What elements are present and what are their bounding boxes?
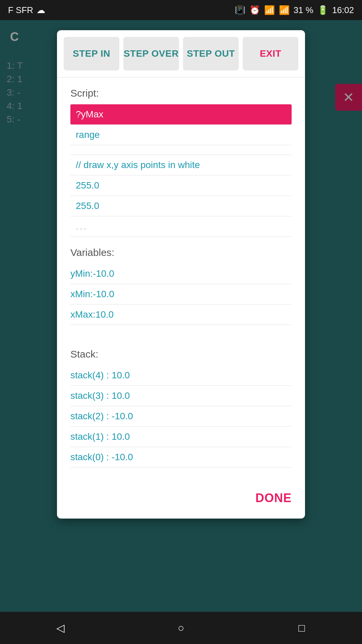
- script-item-255-2[interactable]: 255.0: [70, 196, 292, 216]
- step-over-button[interactable]: STEP OVER: [123, 37, 179, 70]
- debug-toolbar: STEP IN STEP OVER STEP OUT EXIT: [57, 30, 305, 77]
- alarm-icon: ⏰: [249, 5, 260, 15]
- script-item-separator: [70, 145, 292, 155]
- var-xmax: xMax:10.0: [70, 305, 292, 325]
- time-text: 16:02: [332, 5, 354, 15]
- signal-icon: 📶: [279, 5, 290, 15]
- script-item-comment[interactable]: // draw x,y axis points in white: [70, 155, 292, 175]
- status-left: F SFR ☁: [8, 5, 45, 15]
- home-button[interactable]: ○: [168, 618, 194, 638]
- status-right: 📳 ⏰ 📶 📶 31 % 🔋 16:02: [235, 5, 354, 15]
- stack-section: Stack: stack(4) : 10.0 stack(3) : 10.0 s…: [70, 348, 292, 468]
- stack-item-0: stack(0) : -10.0: [70, 447, 292, 468]
- step-in-button[interactable]: STEP IN: [64, 37, 119, 70]
- exit-button[interactable]: EXIT: [243, 37, 298, 70]
- script-section: Script: ?yMax range // draw x,y axis poi…: [70, 88, 292, 237]
- status-bar: F SFR ☁ 📳 ⏰ 📶 📶 31 % 🔋 16:02: [0, 0, 362, 20]
- step-out-button[interactable]: STEP OUT: [183, 37, 239, 70]
- variables-label: Variables:: [70, 247, 292, 258]
- debugger-modal: STEP IN STEP OVER STEP OUT EXIT Script: …: [57, 30, 305, 519]
- carrier-text: F SFR: [8, 5, 33, 15]
- battery-text: 31 %: [294, 5, 313, 15]
- spacer: [70, 335, 292, 348]
- stack-item-1: stack(1) : 10.0: [70, 427, 292, 447]
- battery-icon: 🔋: [317, 5, 328, 15]
- script-label: Script:: [70, 88, 292, 99]
- stack-item-2: stack(2) : -10.0: [70, 406, 292, 427]
- nav-bar: ◁ ○ □: [0, 612, 362, 644]
- var-ymin: yMin:-10.0: [70, 264, 292, 284]
- modal-footer: DONE: [57, 484, 305, 505]
- back-button[interactable]: ◁: [47, 618, 74, 638]
- modal-body: Script: ?yMax range // draw x,y axis poi…: [57, 77, 305, 484]
- recents-button[interactable]: □: [288, 618, 315, 638]
- stack-item-4: stack(4) : 10.0: [70, 365, 292, 386]
- stack-label: Stack:: [70, 348, 292, 360]
- modal-overlay: STEP IN STEP OVER STEP OUT EXIT Script: …: [0, 20, 362, 612]
- script-item-ellipsis: ...: [70, 216, 292, 237]
- variables-section: Variables: yMin:-10.0 xMin:-10.0 xMax:10…: [70, 247, 292, 325]
- wifi-icon: 📶: [264, 5, 275, 15]
- var-xmin: xMin:-10.0: [70, 284, 292, 305]
- stack-list: stack(4) : 10.0 stack(3) : 10.0 stack(2)…: [70, 365, 292, 468]
- cloud-icon: ☁: [37, 5, 45, 15]
- script-item-range[interactable]: range: [70, 125, 292, 145]
- stack-item-3: stack(3) : 10.0: [70, 386, 292, 406]
- done-button[interactable]: DONE: [255, 491, 292, 505]
- script-item-255-1[interactable]: 255.0: [70, 175, 292, 196]
- variables-list: yMin:-10.0 xMin:-10.0 xMax:10.0: [70, 264, 292, 325]
- script-list: ?yMax range // draw x,y axis points in w…: [70, 104, 292, 237]
- script-item-ymax[interactable]: ?yMax: [70, 104, 292, 125]
- vibrate-icon: 📳: [235, 5, 245, 15]
